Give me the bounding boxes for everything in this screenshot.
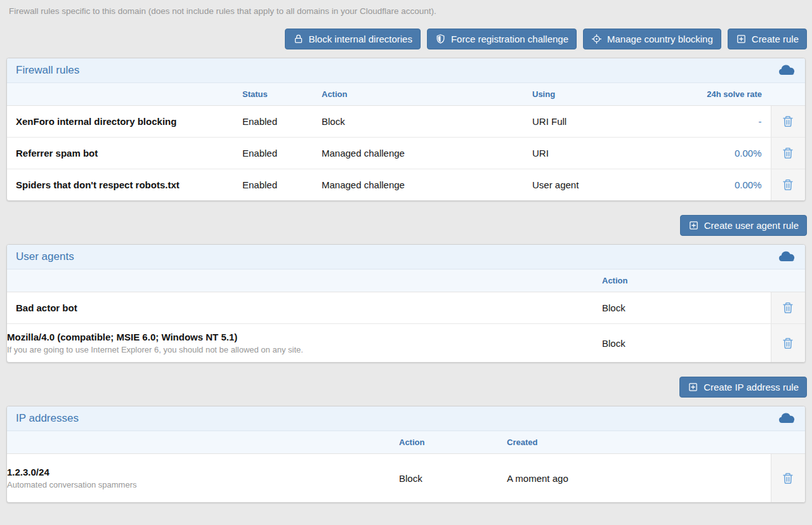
section-title: Firewall rules bbox=[16, 64, 79, 77]
delete-rule-button[interactable] bbox=[778, 143, 797, 163]
plus-square-icon bbox=[688, 382, 698, 392]
create-user-agent-row: Create user agent rule bbox=[5, 215, 807, 236]
ip-address-created: A moment ago bbox=[507, 454, 771, 503]
trash-icon bbox=[781, 178, 795, 192]
column-header-name bbox=[7, 83, 242, 106]
ip-address-name: 1.2.3.0/24 bbox=[7, 467, 49, 477]
trash-icon bbox=[781, 336, 795, 351]
rule-name: Spiders that don't respect robots.txt bbox=[16, 179, 180, 190]
table-row: Bad actor bot Block bbox=[7, 292, 805, 324]
rule-action: Block bbox=[322, 106, 532, 138]
user-agent-description: If you are going to use Internet Explore… bbox=[7, 345, 602, 354]
rule-name: XenForo internal directory blocking bbox=[16, 116, 176, 127]
manage-country-blocking-button[interactable]: Manage country blocking bbox=[583, 29, 721, 49]
user-agents-header: User agents bbox=[7, 245, 805, 269]
table-header-row: Action Created bbox=[7, 431, 805, 454]
trash-icon bbox=[781, 471, 795, 486]
user-agent-name: Mozilla/4.0 (compatible; MSIE 6.0; Windo… bbox=[7, 332, 237, 342]
table-row: Spiders that don't respect robots.txt En… bbox=[7, 169, 805, 201]
delete-user-agent-button[interactable] bbox=[778, 298, 797, 318]
delete-user-agent-button[interactable] bbox=[778, 334, 797, 353]
trash-icon bbox=[781, 114, 795, 129]
solve-rate-link[interactable]: 0.00% bbox=[735, 179, 762, 190]
button-label: Manage country blocking bbox=[607, 34, 713, 44]
cloudflare-cloud-icon bbox=[778, 65, 796, 76]
rule-using: User agent bbox=[532, 169, 684, 201]
page-description: Firewall rules specific to this domain (… bbox=[9, 6, 803, 16]
button-label: Force registration challenge bbox=[451, 34, 568, 44]
rule-action: Managed challenge bbox=[322, 169, 532, 201]
ip-addresses-table: Action Created 1.2.3.0/24 Automated conv… bbox=[7, 431, 805, 502]
user-agents-section: User agents Action Bad actor bot Block bbox=[6, 244, 806, 363]
delete-rule-button[interactable] bbox=[778, 175, 797, 195]
column-header-solve-rate: 24h solve rate bbox=[684, 83, 771, 106]
column-header-delete bbox=[771, 83, 805, 106]
user-agents-table: Action Bad actor bot Block bbox=[7, 269, 805, 362]
button-label: Block internal directories bbox=[309, 34, 412, 44]
solve-rate-link[interactable]: 0.00% bbox=[735, 148, 762, 159]
column-header-status: Status bbox=[242, 83, 322, 106]
table-row: 1.2.3.0/24 Automated conversation spamme… bbox=[7, 454, 805, 503]
plus-square-icon bbox=[688, 220, 699, 231]
column-header-delete bbox=[771, 269, 805, 292]
create-ip-address-row: Create IP address rule bbox=[5, 377, 807, 398]
ip-addresses-header: IP addresses bbox=[7, 406, 805, 431]
rule-using: URI Full bbox=[532, 106, 684, 138]
ip-address-description: Automated conversation spammers bbox=[7, 480, 399, 489]
rule-status: Enabled bbox=[242, 106, 322, 138]
crosshair-icon bbox=[591, 34, 602, 44]
rule-name: Referrer spam bot bbox=[16, 148, 98, 159]
lock-icon bbox=[293, 34, 304, 44]
button-label: Create user agent rule bbox=[704, 220, 799, 231]
column-header-delete bbox=[771, 431, 805, 454]
rule-status: Enabled bbox=[242, 138, 322, 169]
button-label: Create IP address rule bbox=[704, 382, 799, 392]
column-header-action: Action bbox=[322, 83, 532, 106]
table-row: XenForo internal directory blocking Enab… bbox=[7, 106, 805, 138]
toolbar: Block internal directories Force registr… bbox=[5, 29, 807, 49]
rule-using: URI bbox=[532, 138, 684, 169]
delete-ip-address-button[interactable] bbox=[778, 469, 797, 488]
column-header-action: Action bbox=[602, 269, 771, 292]
plus-square-icon bbox=[736, 34, 747, 44]
ip-address-action: Block bbox=[399, 454, 507, 503]
create-ip-address-rule-button[interactable]: Create IP address rule bbox=[679, 377, 807, 398]
button-label: Create rule bbox=[752, 34, 799, 44]
force-registration-challenge-button[interactable]: Force registration challenge bbox=[427, 29, 577, 49]
shield-icon bbox=[435, 34, 446, 44]
table-row: Referrer spam bot Enabled Managed challe… bbox=[7, 138, 805, 169]
rule-action: Managed challenge bbox=[322, 138, 532, 169]
column-header-name bbox=[7, 269, 602, 292]
cloudflare-cloud-icon bbox=[778, 413, 796, 424]
delete-rule-button[interactable] bbox=[778, 112, 797, 131]
column-header-using: Using bbox=[532, 83, 684, 106]
table-header-row: Action bbox=[7, 269, 805, 292]
create-rule-button[interactable]: Create rule bbox=[728, 29, 807, 49]
rule-status: Enabled bbox=[242, 169, 322, 201]
table-row: Mozilla/4.0 (compatible; MSIE 6.0; Windo… bbox=[7, 324, 805, 363]
cloudflare-cloud-icon bbox=[778, 251, 796, 262]
create-user-agent-rule-button[interactable]: Create user agent rule bbox=[680, 215, 807, 236]
column-header-created: Created bbox=[507, 431, 771, 454]
column-header-action: Action bbox=[399, 431, 507, 454]
trash-icon bbox=[781, 146, 795, 160]
column-header-name bbox=[7, 431, 399, 454]
user-agent-action: Block bbox=[602, 324, 771, 363]
firewall-rules-table: Status Action Using 24h solve rate XenFo… bbox=[7, 83, 805, 200]
firewall-rules-section: Firewall rules Status Action Using 24h s… bbox=[6, 58, 806, 201]
user-agent-name: Bad actor bot bbox=[16, 302, 77, 313]
user-agent-action: Block bbox=[602, 292, 771, 324]
section-title: User agents bbox=[16, 250, 74, 263]
ip-addresses-section: IP addresses Action Created 1.2.3.0/24 A… bbox=[6, 406, 806, 503]
trash-icon bbox=[781, 301, 795, 315]
solve-rate-link[interactable]: - bbox=[759, 116, 762, 127]
firewall-rules-header: Firewall rules bbox=[7, 58, 805, 83]
section-title: IP addresses bbox=[16, 412, 79, 425]
block-internal-directories-button[interactable]: Block internal directories bbox=[285, 29, 421, 49]
table-header-row: Status Action Using 24h solve rate bbox=[7, 83, 805, 106]
